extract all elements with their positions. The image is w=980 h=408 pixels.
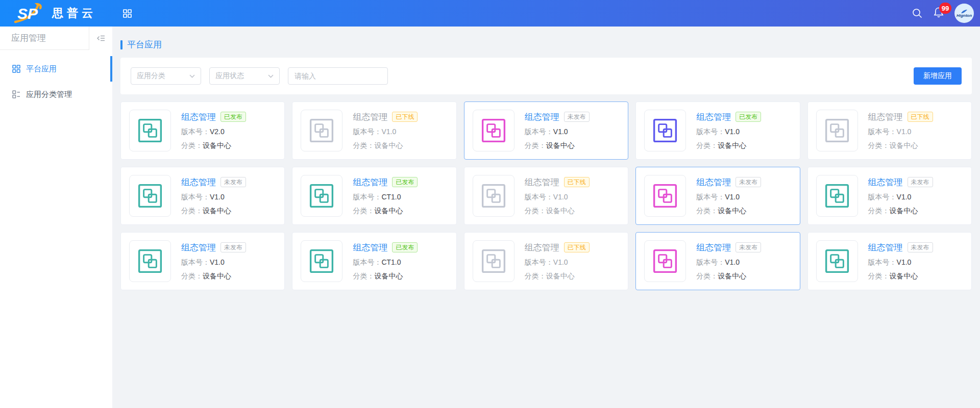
version-label: 版本号：	[353, 258, 381, 266]
sidebar-item-label: 应用分类管理	[26, 90, 72, 99]
overlapping-squares-icon	[823, 182, 851, 210]
sidebar-collapse-button[interactable]	[89, 27, 112, 50]
app-card[interactable]: 组态管理 未发布 版本号：V1.0 分类：设备中心	[635, 232, 800, 290]
app-icon-box	[129, 175, 171, 217]
category-list-icon	[12, 90, 20, 98]
app-card[interactable]: 组态管理 未发布 版本号：V1.0 分类：设备中心	[807, 167, 972, 225]
app-card[interactable]: 组态管理 已发布 版本号：CT1.0 分类：设备中心	[292, 167, 456, 225]
overlapping-squares-icon	[651, 117, 679, 144]
version-value: V1.0	[381, 128, 396, 136]
add-app-button[interactable]: 新增应用	[914, 67, 962, 85]
app-card[interactable]: 组态管理 未发布 版本号：V1.0 分类：设备中心	[120, 232, 285, 290]
avatar-brand-text: Hignton	[957, 14, 972, 18]
search-input[interactable]	[288, 67, 388, 85]
app-title-link[interactable]: 组态管理	[181, 176, 216, 188]
app-status-badge: 已发布	[392, 242, 418, 252]
app-card-body: 组态管理 已发布 版本号：V1.0 分类：设备中心	[696, 111, 761, 150]
app-title-link[interactable]: 组态管理	[353, 242, 387, 253]
category-value: 设备中心	[890, 207, 918, 215]
version-label: 版本号：	[525, 128, 553, 136]
main-content: 平台应用 应用分类 应用状态 新增应用	[112, 27, 980, 408]
overlapping-squares-icon	[480, 117, 507, 144]
overlapping-squares-icon	[136, 247, 164, 275]
version-value: V1.0	[553, 193, 568, 201]
app-status-select-placeholder: 应用状态	[215, 71, 244, 81]
version-label: 版本号：	[868, 258, 897, 266]
app-card[interactable]: 组态管理 已发布 版本号：V2.0 分类：设备中心	[120, 101, 285, 160]
app-card[interactable]: 组态管理 未发布 版本号：V1.0 分类：设备中心	[635, 167, 800, 225]
apps-grid-icon[interactable]	[123, 9, 132, 18]
app-title-link[interactable]: 组态管理	[696, 242, 731, 253]
sp-logo-icon: SP	[13, 3, 47, 23]
app-title-link[interactable]: 组态管理	[868, 176, 903, 188]
category-value: 设备中心	[718, 272, 746, 280]
category-value: 设备中心	[718, 141, 746, 149]
version-label: 版本号：	[353, 128, 381, 136]
version-value: V1.0	[210, 258, 225, 266]
app-title-link[interactable]: 组态管理	[868, 242, 903, 253]
sidebar-item-platform-apps[interactable]: 平台应用	[0, 56, 112, 82]
sidebar-item-label: 平台应用	[26, 64, 57, 74]
overlapping-squares-icon	[136, 182, 164, 210]
app-status-badge: 已下线	[564, 242, 590, 252]
app-status-select[interactable]: 应用状态	[209, 67, 280, 85]
svg-text:SP: SP	[17, 5, 38, 22]
category-label: 分类：	[868, 141, 890, 149]
brand-logo[interactable]: SP 思普云	[13, 3, 96, 23]
app-icon-box	[129, 110, 171, 151]
version-label: 版本号：	[181, 128, 210, 136]
app-card[interactable]: 组态管理 未发布 版本号：V1.0 分类：设备中心	[120, 167, 285, 225]
user-avatar[interactable]: Hignton	[954, 4, 974, 23]
app-status-badge: 已发布	[392, 177, 418, 187]
app-category-select[interactable]: 应用分类	[131, 67, 201, 85]
app-status-badge: 已下线	[392, 112, 418, 122]
version-value: V1.0	[553, 258, 568, 266]
app-card[interactable]: 组态管理 已发布 版本号：V1.0 分类：设备中心	[635, 101, 800, 160]
app-card-body: 组态管理 未发布 版本号：V1.0 分类：设备中心	[181, 242, 246, 281]
category-value: 设备中心	[203, 272, 231, 280]
app-card-body: 组态管理 已发布 版本号：V2.0 分类：设备中心	[181, 111, 246, 150]
overlapping-squares-icon	[480, 247, 507, 275]
app-card[interactable]: 组态管理 未发布 版本号：V1.0 分类：设备中心	[807, 232, 972, 290]
app-title-link[interactable]: 组态管理	[353, 111, 387, 123]
version-label: 版本号：	[353, 193, 381, 201]
app-card-body: 组态管理 未发布 版本号：V1.0 分类：设备中心	[525, 111, 590, 150]
app-card-body: 组态管理 已下线 版本号：V1.0 分类：设备中心	[868, 111, 933, 150]
overlapping-squares-icon	[823, 117, 851, 144]
app-card[interactable]: 组态管理 已下线 版本号：V1.0 分类：设备中心	[292, 101, 456, 160]
app-card[interactable]: 组态管理 已下线 版本号：V1.0 分类：设备中心	[464, 167, 628, 225]
version-value: V2.0	[210, 128, 225, 136]
app-title-link[interactable]: 组态管理	[525, 176, 559, 188]
category-label: 分类：	[353, 141, 374, 149]
sidebar-item-app-category-management[interactable]: 应用分类管理	[0, 82, 112, 107]
version-label: 版本号：	[181, 193, 210, 201]
category-value: 设备中心	[546, 272, 575, 280]
category-value: 设备中心	[890, 141, 918, 149]
search-icon[interactable]	[912, 8, 923, 19]
sidebar: 应用管理	[0, 27, 112, 408]
app-title-link[interactable]: 组态管理	[868, 111, 903, 123]
app-title-link[interactable]: 组态管理	[525, 242, 559, 253]
page-title: 平台应用	[127, 39, 162, 50]
category-label: 分类：	[525, 272, 546, 280]
app-card-body: 组态管理 已下线 版本号：V1.0 分类：设备中心	[353, 111, 418, 150]
app-status-badge: 未发布	[564, 112, 590, 122]
app-card[interactable]: 组态管理 已下线 版本号：V1.0 分类：设备中心	[807, 101, 972, 160]
app-title-link[interactable]: 组态管理	[181, 111, 216, 123]
app-title-link[interactable]: 组态管理	[525, 111, 559, 123]
version-value: CT1.0	[381, 193, 401, 201]
app-title-link[interactable]: 组态管理	[181, 242, 216, 253]
app-card[interactable]: 组态管理 已下线 版本号：V1.0 分类：设备中心	[464, 232, 628, 290]
app-card-body: 组态管理 未发布 版本号：V1.0 分类：设备中心	[696, 176, 761, 216]
app-title-link[interactable]: 组态管理	[353, 176, 387, 188]
app-card[interactable]: 组态管理 已发布 版本号：CT1.0 分类：设备中心	[292, 232, 456, 290]
notification-bell[interactable]: 99	[933, 7, 944, 20]
app-icon-box	[816, 240, 858, 282]
app-title-link[interactable]: 组态管理	[696, 176, 731, 188]
filter-panel: 应用分类 应用状态 新增应用	[120, 58, 972, 94]
app-icon-box	[473, 175, 514, 217]
category-label: 分类：	[181, 141, 203, 149]
app-card[interactable]: 组态管理 未发布 版本号：V1.0 分类：设备中心	[464, 101, 628, 160]
category-label: 分类：	[525, 207, 546, 215]
app-title-link[interactable]: 组态管理	[696, 111, 731, 123]
